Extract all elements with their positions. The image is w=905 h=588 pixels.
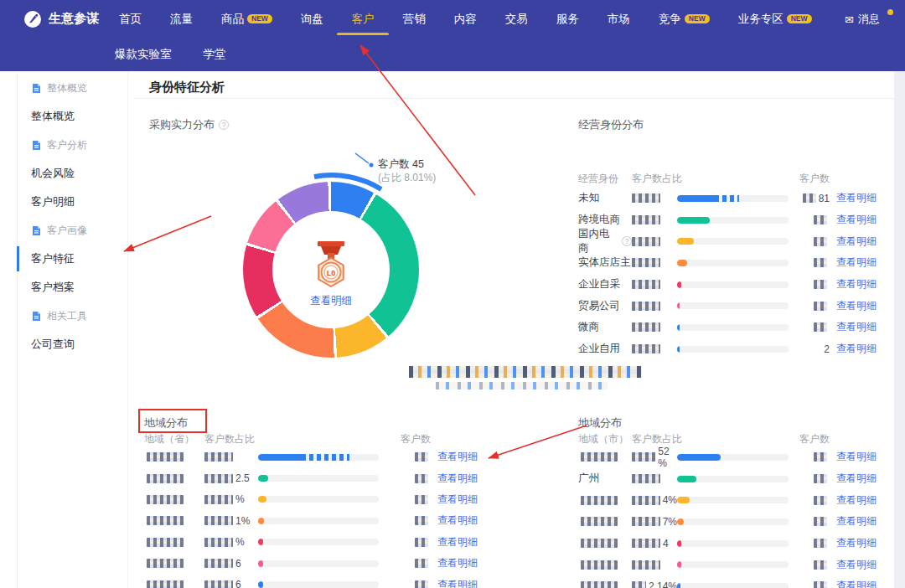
- messages-label: 消息: [858, 12, 880, 27]
- callout-leader-line: [355, 153, 369, 163]
- sidebar-item[interactable]: 客户分析: [18, 131, 127, 159]
- view-detail-link[interactable]: 查看明细: [831, 472, 877, 486]
- sidebar-item[interactable]: 客户画像: [18, 216, 127, 245]
- view-detail-link[interactable]: 查看明细: [432, 450, 478, 464]
- view-detail-link[interactable]: 查看明细: [831, 450, 877, 464]
- sidebar-item[interactable]: 客户明细: [18, 188, 127, 216]
- subnav-item[interactable]: 学堂: [204, 47, 226, 62]
- bar-fill: [258, 581, 263, 588]
- censored-percent: [632, 517, 660, 526]
- nav-item[interactable]: 服务: [556, 12, 579, 27]
- table-row: 6 查看明细: [144, 574, 476, 588]
- bar-track: [258, 560, 379, 567]
- nav-item-label: 交易: [505, 12, 528, 27]
- sidebar-item[interactable]: 客户特征: [18, 245, 127, 273]
- sidebar-item[interactable]: 整体概览: [18, 74, 127, 102]
- header-customer-count: 客户数: [385, 432, 432, 446]
- sidebar-item[interactable]: 公司查询: [18, 330, 127, 358]
- sidebar-item[interactable]: 相关工具: [18, 302, 127, 330]
- view-detail-link[interactable]: 查看明细: [831, 536, 877, 550]
- sidebar-item-label: 客户分析: [47, 138, 87, 152]
- sidebar-item-label: 相关工具: [47, 309, 87, 323]
- view-detail-link[interactable]: 查看明细: [831, 255, 877, 270]
- censored-percent: [632, 237, 660, 246]
- nav-item-label: 业务专区: [738, 12, 783, 27]
- nav-item[interactable]: 流量: [170, 12, 193, 27]
- view-detail-link[interactable]: 查看明细: [831, 558, 877, 572]
- view-detail-link[interactable]: 查看明细: [831, 342, 877, 356]
- nav-item[interactable]: 询盘: [301, 12, 323, 27]
- bar-fill: [677, 238, 694, 245]
- region-province-table-body: 查看明细 2.5: [144, 446, 476, 588]
- identity-distribution-title: 经营身份分布: [578, 117, 644, 132]
- censored-count: [814, 496, 827, 505]
- censored-percent: [632, 258, 660, 267]
- censored-percent: [632, 539, 660, 548]
- view-detail-link[interactable]: 查看明细: [831, 191, 877, 205]
- table-row: 未知 81 查看明细: [578, 188, 885, 209]
- bar-track: [677, 561, 789, 568]
- table-row: 实体店店主 查看明细: [578, 252, 885, 274]
- row-name: 贸易公司: [578, 299, 620, 313]
- row-percent: 2.14%: [649, 580, 677, 588]
- nav-item-label: 商品: [221, 12, 244, 27]
- view-detail-link[interactable]: 查看明细: [831, 514, 877, 529]
- nav-item[interactable]: 市场: [608, 12, 630, 27]
- view-detail-link[interactable]: 查看明细: [432, 472, 478, 486]
- view-detail-link[interactable]: 查看明细: [432, 556, 478, 570]
- view-detail-link[interactable]: 查看明细: [831, 213, 877, 227]
- brand[interactable]: 生意参谋: [23, 10, 99, 28]
- nav-item[interactable]: 竞争 NEW: [659, 12, 710, 27]
- help-icon[interactable]: [622, 236, 632, 246]
- document-icon: [31, 83, 42, 94]
- messages-button[interactable]: ✉ 消息: [845, 12, 880, 27]
- nav-item[interactable]: 交易: [505, 12, 528, 27]
- table-row: 7% 查看明细: [578, 511, 885, 533]
- row-name: 实体店店主: [578, 255, 631, 270]
- table-row: 企业自采 查看明细: [578, 274, 885, 296]
- nav-item[interactable]: 内容: [454, 12, 477, 27]
- help-icon[interactable]: [219, 120, 229, 130]
- nav-item[interactable]: 业务专区 NEW: [738, 12, 812, 27]
- view-detail-link[interactable]: 查看明细: [831, 299, 877, 313]
- purchase-power-title-text: 采购实力分布: [149, 117, 215, 132]
- censored-count: [814, 258, 827, 267]
- view-detail-link[interactable]: 查看明细: [831, 579, 877, 588]
- sidebar-item[interactable]: 整体概览: [18, 102, 127, 131]
- donut-view-detail-link[interactable]: 查看明细: [300, 294, 362, 308]
- row-name: 广州: [578, 472, 599, 486]
- annotation-arrow-to-sidebar-item: [124, 216, 211, 251]
- table-row: 4 查看明细: [578, 533, 885, 554]
- censored-name: [581, 560, 618, 570]
- view-detail-link[interactable]: 查看明细: [831, 277, 877, 291]
- bar-track: [677, 217, 789, 224]
- subnav-item[interactable]: 爆款实验室: [115, 47, 172, 62]
- nav-item[interactable]: 首页: [119, 12, 142, 27]
- view-detail-link[interactable]: 查看明细: [831, 320, 877, 334]
- header-region-city: 地域（市）: [578, 432, 632, 446]
- document-icon: [31, 311, 42, 322]
- purchase-power-title: 采购实力分布: [149, 117, 229, 132]
- nav-item[interactable]: 营销: [403, 12, 426, 27]
- view-detail-link[interactable]: 查看明细: [432, 535, 478, 549]
- sidebar-item-label: 整体概览: [47, 81, 87, 95]
- nav-item[interactable]: 商品 NEW: [221, 12, 272, 27]
- bar-track: [258, 518, 379, 524]
- nav-item-label: 首页: [119, 12, 142, 27]
- view-detail-link[interactable]: 查看明细: [831, 235, 877, 249]
- view-detail-link[interactable]: 查看明细: [432, 513, 478, 528]
- callout-dot: [370, 163, 374, 168]
- view-detail-link[interactable]: 查看明细: [432, 493, 478, 507]
- censored-name: [581, 452, 618, 462]
- view-detail-link[interactable]: 查看明细: [432, 578, 478, 588]
- table-row: 微商 查看明细: [578, 317, 885, 338]
- nav-item[interactable]: 客户: [352, 12, 375, 27]
- sidebar-item[interactable]: 客户档案: [18, 273, 127, 302]
- view-detail-link[interactable]: 查看明细: [831, 493, 877, 508]
- header-customer-share: 客户数占比: [204, 432, 385, 446]
- censored-percent: [204, 538, 233, 547]
- sidebar-item[interactable]: 机会风险: [18, 159, 127, 188]
- censored-donut-legend-line2: [436, 382, 608, 389]
- censored-percent: [204, 516, 233, 525]
- row-percent: %: [235, 536, 245, 548]
